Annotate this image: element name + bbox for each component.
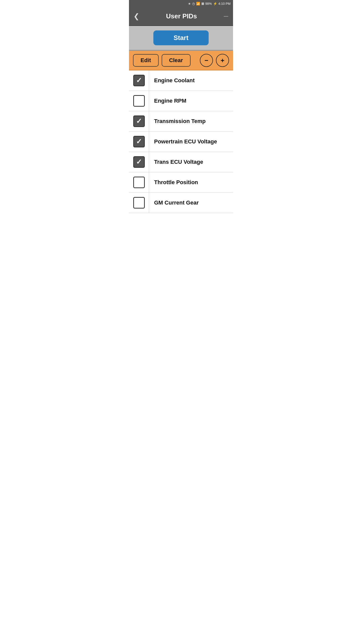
battery-level: 98% (205, 2, 212, 6)
checkbox-3[interactable] (129, 132, 149, 152)
list-item: Engine RPM (129, 91, 233, 111)
page-title: User PIDs (139, 12, 224, 20)
alarm-icon: ◷ (192, 2, 195, 6)
pid-list: Engine CoolantEngine RPMTransmission Tem… (129, 70, 233, 213)
pid-label-0: Engine Coolant (149, 77, 200, 84)
checkbox-box-0 (133, 75, 145, 86)
list-item: Throttle Position (129, 172, 233, 193)
pid-label-4: Trans ECU Voltage (149, 159, 208, 165)
minus-button[interactable]: − (200, 54, 213, 67)
list-item: Engine Coolant (129, 70, 233, 91)
header: ❮ User PIDs — (129, 7, 233, 26)
checkbox-4[interactable] (129, 152, 149, 172)
signal-icon: ▦ (201, 2, 204, 5)
list-item: Powertrain ECU Voltage (129, 132, 233, 152)
checkbox-box-6 (133, 197, 145, 209)
pid-label-2: Transmission Temp (149, 118, 211, 125)
pid-label-3: Powertrain ECU Voltage (149, 138, 222, 145)
clear-button[interactable]: Clear (162, 54, 191, 67)
list-item: Trans ECU Voltage (129, 152, 233, 172)
checkbox-box-4 (133, 156, 145, 168)
plus-button[interactable]: + (216, 54, 229, 67)
checkbox-2[interactable] (129, 111, 149, 131)
start-button[interactable]: Start (153, 30, 209, 45)
checkbox-box-2 (133, 115, 145, 127)
checkbox-box-5 (133, 177, 145, 188)
back-button[interactable]: ❮ (133, 13, 139, 20)
checkbox-1[interactable] (129, 91, 149, 111)
checkbox-box-1 (133, 95, 145, 107)
pid-label-5: Throttle Position (149, 179, 203, 186)
list-item: GM Current Gear (129, 193, 233, 213)
checkbox-box-3 (133, 136, 145, 147)
bluetooth-icon: ∗ (188, 2, 191, 6)
list-item: Transmission Temp (129, 111, 233, 132)
status-bar: ∗ ◷ 📶 ▦ 98% ⚡ 4:10 PM (129, 0, 233, 7)
wifi-icon: 📶 (196, 2, 200, 6)
edit-button[interactable]: Edit (133, 54, 159, 67)
time-display: 4:10 PM (218, 2, 231, 6)
checkbox-0[interactable] (129, 70, 149, 91)
toolbar: Edit Clear − + (129, 51, 233, 70)
start-area: Start (129, 26, 233, 51)
pid-label-1: Engine RPM (149, 98, 191, 104)
checkbox-5[interactable] (129, 172, 149, 192)
checkbox-6[interactable] (129, 193, 149, 213)
empty-area (129, 213, 233, 243)
pid-label-6: GM Current Gear (149, 199, 204, 206)
menu-button[interactable]: — (224, 14, 229, 19)
status-icons: ∗ ◷ 📶 ▦ 98% ⚡ 4:10 PM (188, 2, 231, 6)
battery-icon: ⚡ (213, 2, 217, 6)
